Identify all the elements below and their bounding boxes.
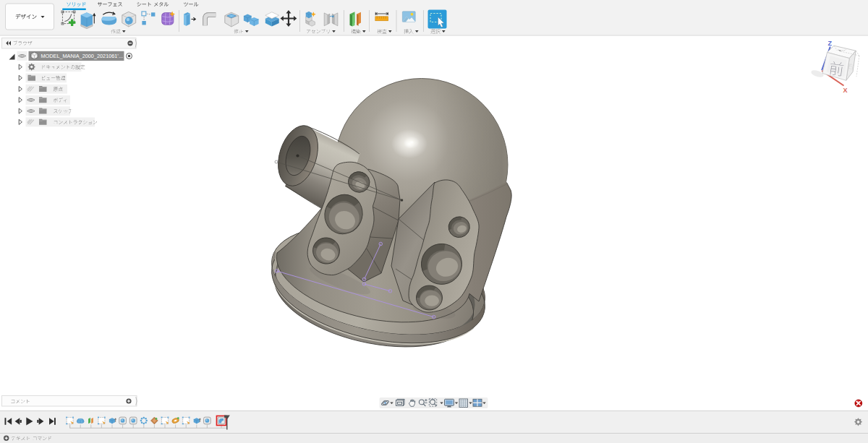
svg-text:MODEL_MANIA_2000_2021061’...: MODEL_MANIA_2000_2021061’... xyxy=(41,53,124,59)
svg-text:Z: Z xyxy=(828,40,833,47)
svg-text:X: X xyxy=(843,87,848,94)
